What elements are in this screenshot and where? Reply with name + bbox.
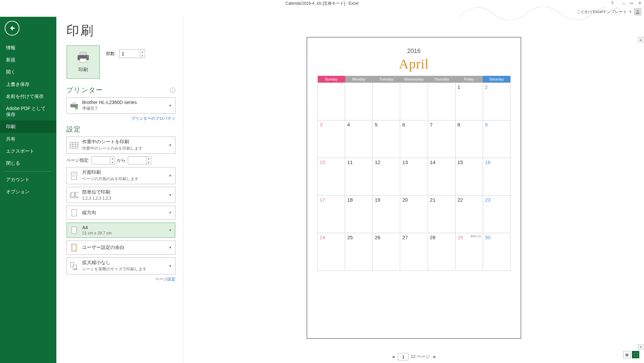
svg-point-2 (637, 10, 638, 12)
page-icon (69, 171, 79, 180)
sidebar-item-save-as[interactable]: 名前を付けて保存 (0, 90, 56, 102)
sidebar-item-close[interactable]: 閉じる (0, 157, 56, 169)
help-button[interactable]: ? (611, 1, 616, 6)
orientation-selector[interactable]: 縦方向 ▼ (66, 206, 175, 220)
holiday-label: 昭和の日 (471, 235, 481, 238)
show-margins-button[interactable]: ▦ (623, 351, 631, 358)
chevron-down-icon: ▼ (168, 246, 172, 249)
vertical-scrollbar[interactable]: ▲ ▼ (638, 37, 643, 350)
user-dropdown-icon[interactable]: ▼ (629, 10, 632, 13)
chevron-down-icon: ▼ (168, 174, 172, 177)
svg-rect-24 (72, 227, 76, 234)
page-title: 印刷 (66, 22, 175, 39)
paper-size-selector[interactable]: A4 21 cm x 29.7 cm ▼ (66, 222, 175, 238)
svg-rect-22 (76, 192, 79, 197)
printer-status: 準備完了 (82, 106, 165, 111)
sidebar-separator (5, 171, 52, 171)
chevron-down-icon: ▼ (168, 264, 172, 268)
page-to-spinner[interactable]: ▲▼ (128, 156, 151, 164)
calendar-grid: Sunday Monday Tuesday Wednesday Thursday… (317, 76, 511, 271)
svg-rect-10 (70, 142, 78, 148)
spinner-down-icon[interactable]: ▼ (140, 54, 145, 58)
chevron-down-icon: ▼ (168, 211, 172, 214)
next-page-button[interactable]: ▶ (432, 355, 437, 359)
sidebar-item-new[interactable]: 新規 (0, 54, 56, 66)
print-preview-area: ▲ ▼ 2016 April Sunday Monday Tuesday Wed… (184, 17, 644, 363)
svg-rect-20 (71, 192, 74, 197)
no-scale-icon: 100 (69, 261, 79, 271)
preview-footer: ◀ 12 ページ ▶ ▦ ⛶ (184, 353, 644, 360)
total-pages-label: 12 ページ (411, 354, 430, 360)
sidebar-item-save[interactable]: 上書き保存 (0, 78, 56, 90)
svg-rect-23 (72, 209, 76, 216)
svg-text:100: 100 (74, 268, 77, 270)
user-bar: こだわりExcelテンプレート ▼ (0, 7, 644, 17)
sidebar-item-open[interactable]: 開く (0, 66, 56, 78)
page-from-input[interactable] (92, 158, 110, 163)
chevron-down-icon: ▼ (168, 144, 172, 147)
sidebar-item-adobe-pdf[interactable]: Adobe PDF として保存 (0, 102, 56, 120)
calendar-cell-holiday: 29昭和の日 (455, 233, 483, 271)
svg-rect-15 (71, 172, 77, 179)
print-settings-panel: 印刷 印刷 部数: ▲▼ プリンター i (56, 17, 184, 363)
svg-point-6 (87, 56, 88, 57)
copies-input[interactable] (120, 50, 140, 58)
copies-spinner[interactable]: ▲▼ (119, 49, 145, 58)
spinner-up-icon[interactable]: ▲ (140, 50, 145, 54)
sidebar-item-options[interactable]: オプション (0, 186, 56, 198)
paper-icon (69, 225, 79, 235)
sides-selector[interactable]: 片面印刷 ページの片面のみを印刷します ▼ (66, 167, 175, 184)
preview-page: 2016 April Sunday Monday Tuesday Wednesd… (307, 37, 521, 339)
user-label[interactable]: こだわりExcelテンプレート (577, 9, 627, 15)
print-button[interactable]: 印刷 (66, 45, 100, 79)
zoom-to-page-button[interactable]: ⛶ (632, 351, 639, 358)
copies-label: 部数: (106, 51, 116, 57)
close-button[interactable]: ✕ (637, 1, 643, 6)
printer-name: Brother HL-L2360D series (82, 100, 165, 105)
scroll-down-icon[interactable]: ▼ (638, 344, 643, 350)
svg-point-9 (75, 107, 78, 109)
collate-icon (69, 190, 79, 200)
settings-section-title: 設定 (66, 125, 81, 134)
minimize-button[interactable]: — (621, 1, 627, 6)
sidebar-item-info[interactable]: 情報 (0, 42, 56, 54)
sidebar-item-share[interactable]: 共有 (0, 133, 56, 145)
chevron-down-icon: ▼ (168, 193, 172, 197)
printer-selector[interactable]: Brother HL-L2360D series 準備完了 ▼ (66, 97, 175, 114)
portrait-icon (69, 208, 79, 217)
calendar-month: April (317, 56, 511, 72)
page-setup-link[interactable]: ページ設定 (66, 276, 175, 282)
print-what-selector[interactable]: 作業中のシートを印刷 作業中のシートのみを印刷します ▼ (66, 137, 175, 154)
backstage-sidebar: 情報 新規 開く 上書き保存 名前を付けて保存 Adobe PDF として保存 … (0, 17, 56, 363)
calendar-year: 2016 (317, 48, 511, 55)
page-to-label: から (117, 157, 126, 163)
svg-rect-3 (80, 52, 87, 55)
collate-selector[interactable]: 部単位で印刷 1,2,3 1,2,3 1,2,3 ▼ (66, 187, 175, 203)
margins-icon (69, 243, 79, 252)
sidebar-item-print[interactable]: 印刷 (0, 120, 56, 133)
margins-selector[interactable]: ユーザー設定の余白 ▼ (66, 241, 175, 255)
restore-button[interactable]: ▭ (629, 1, 635, 6)
printer-properties-link[interactable]: プリンターのプロパティ (66, 116, 175, 121)
sidebar-item-export[interactable]: エクスポート (0, 145, 56, 157)
avatar[interactable] (634, 8, 641, 15)
chevron-down-icon: ▼ (168, 104, 172, 107)
printer-section-title: プリンター (66, 86, 103, 95)
page-range-label: ページ指定: (66, 157, 90, 163)
scroll-up-icon[interactable]: ▲ (638, 37, 643, 42)
page-from-spinner[interactable]: ▲▼ (92, 156, 115, 164)
sidebar-item-account[interactable]: アカウント (0, 173, 56, 186)
window-title: Calendar2016-4 .xls [互換モード] - Excel (285, 1, 358, 6)
info-icon[interactable]: i (170, 88, 175, 93)
prev-page-button[interactable]: ◀ (390, 355, 396, 359)
chevron-down-icon: ▼ (168, 228, 172, 232)
current-page-input[interactable] (398, 353, 409, 360)
page-to-input[interactable] (128, 158, 146, 163)
sheets-icon (69, 141, 79, 150)
svg-rect-5 (80, 58, 87, 62)
title-bar: Calendar2016-4 .xls [互換モード] - Excel ? — … (0, 0, 644, 7)
printer-icon (76, 51, 90, 63)
scaling-selector[interactable]: 100 拡大縮小なし シートを実際のサイズで印刷します ▼ (66, 257, 175, 274)
back-button[interactable] (5, 21, 19, 36)
print-button-label: 印刷 (78, 67, 88, 73)
